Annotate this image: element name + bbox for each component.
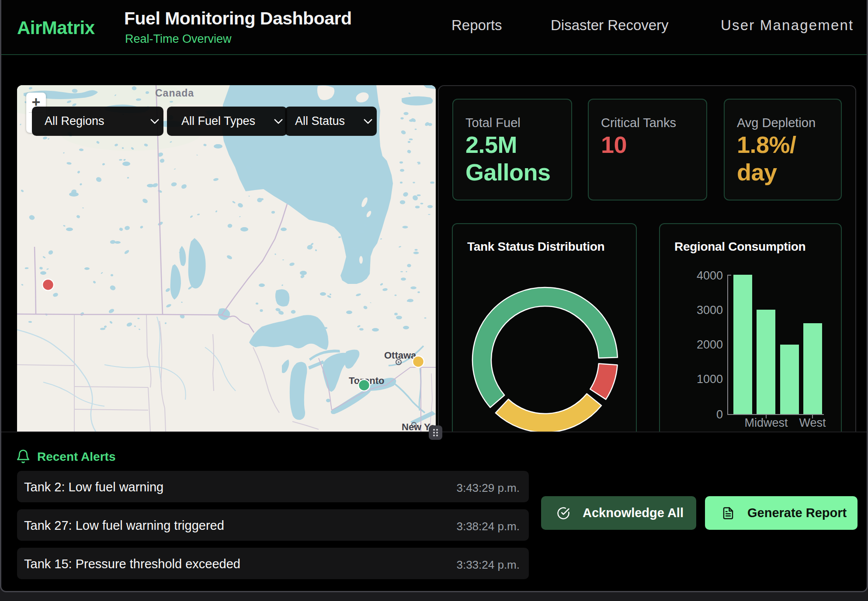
svg-text:1000: 1000 bbox=[697, 373, 723, 386]
svg-text:0: 0 bbox=[716, 408, 723, 421]
svg-text:Canada: Canada bbox=[155, 87, 194, 99]
svg-text:3000: 3000 bbox=[697, 304, 723, 317]
svg-text:4000: 4000 bbox=[697, 269, 723, 282]
svg-text:Midwest: Midwest bbox=[744, 416, 788, 429]
svg-text:West: West bbox=[799, 416, 826, 429]
svg-text:Ottawa: Ottawa bbox=[384, 350, 417, 361]
svg-text:2000: 2000 bbox=[697, 338, 723, 351]
